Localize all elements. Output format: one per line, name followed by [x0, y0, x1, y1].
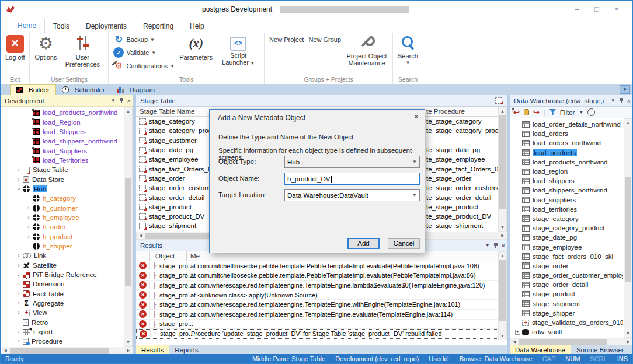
- tab-scheduler[interactable]: Scheduler: [56, 84, 111, 95]
- list-item[interactable]: stage_shipment: [510, 299, 623, 309]
- tree-item[interactable]: ›Data Store: [1, 174, 123, 184]
- result-row[interactable]: ├stage_pro...: [136, 320, 498, 330]
- results-vertical-scrollbar[interactable]: ▲ ▼: [498, 251, 507, 340]
- tree-item[interactable]: ›Dimension: [1, 279, 123, 289]
- list-item[interactable]: stage_date_pg: [510, 233, 623, 242]
- tree-item[interactable]: ›h_order: [1, 222, 123, 232]
- list-item[interactable]: stage_fact_orders_010_skl: [510, 252, 623, 261]
- tree-item[interactable]: ›h_customer: [1, 203, 123, 212]
- tree-item[interactable]: load_Region: [1, 117, 123, 127]
- filter-label[interactable]: Filter: [560, 109, 575, 116]
- tree-item[interactable]: ›Export: [1, 327, 123, 337]
- list-item[interactable]: load_shippers_northwind: [510, 186, 623, 195]
- script-launcher-button[interactable]: Script Launcher ▼: [215, 34, 262, 68]
- results-pin-icon[interactable]: [493, 243, 498, 249]
- ribbon-tab-tools[interactable]: Tools: [45, 20, 78, 33]
- list-item[interactable]: load_order_details_northwind: [510, 120, 623, 129]
- add-button[interactable]: Add: [347, 238, 380, 249]
- list-item[interactable]: stage_category: [510, 214, 623, 223]
- ribbon-tab-help[interactable]: Help: [182, 20, 213, 33]
- user-preferences-button[interactable]: User Preferences: [59, 34, 106, 68]
- tree-item[interactable]: ›Procedure: [1, 337, 123, 346]
- expander-icon[interactable]: ›: [15, 291, 23, 297]
- tree-item[interactable]: ›Aggregate: [1, 299, 123, 308]
- tree-item[interactable]: ›Link: [1, 251, 123, 260]
- list-item[interactable]: load_suppliers: [510, 195, 623, 205]
- left-tree-vertical-scrollbar[interactable]: ▲ ▼: [124, 107, 133, 346]
- database-connection-icon[interactable]: [524, 109, 529, 116]
- expander-icon[interactable]: ›: [15, 329, 23, 335]
- ribbon-tab-home[interactable]: Home: [9, 19, 45, 33]
- result-row[interactable]: ├stage_pro...at com.mitchellbosecke.pebb…: [136, 261, 498, 271]
- new-group-button[interactable]: New Group: [306, 34, 343, 44]
- expander-icon[interactable]: ›: [25, 224, 33, 230]
- expander-icon[interactable]: ›: [15, 300, 23, 306]
- tree-item[interactable]: ›Fact Table: [1, 289, 123, 299]
- expander-icon[interactable]: ›: [25, 205, 33, 211]
- filter-icon[interactable]: [549, 109, 556, 116]
- right-pane-close-icon[interactable]: ×: [627, 98, 631, 104]
- column-header-object[interactable]: Object: [150, 251, 187, 261]
- reconnect-left-icon[interactable]: [513, 108, 520, 117]
- tree-item[interactable]: h_category: [1, 194, 123, 203]
- object-name-input[interactable]: h_product_DV: [284, 173, 420, 185]
- list-item[interactable]: stage_order: [510, 261, 623, 271]
- tree-item[interactable]: load_products_northwind: [1, 108, 123, 117]
- column-header-stage-table-name[interactable]: Stage Table Name: [136, 108, 194, 115]
- tree-item[interactable]: ›Hub: [1, 184, 123, 194]
- backup-button[interactable]: Backup▼: [113, 35, 175, 44]
- result-row[interactable]: ├stage_pro...at com.wherescape.red.templ…: [136, 300, 498, 310]
- expander-icon[interactable]: ›: [16, 185, 22, 193]
- filter-dropdown-icon[interactable]: ▼: [579, 110, 583, 115]
- tree-item[interactable]: ›Stage Table: [1, 165, 123, 174]
- ribbon-tab-reporting[interactable]: Reporting: [135, 20, 182, 33]
- stage-table-icon[interactable]: [495, 97, 502, 104]
- list-item[interactable]: load_shippers: [510, 176, 623, 186]
- cancel-button[interactable]: Cancel: [388, 238, 420, 249]
- ribbon-tab-deployments[interactable]: Deployments: [78, 20, 135, 33]
- tree-item[interactable]: ›h_employee: [1, 213, 123, 222]
- results-menu-icon[interactable]: ▼: [485, 243, 490, 248]
- list-item[interactable]: load_region: [510, 167, 623, 176]
- tree-item[interactable]: load_Suppliers: [1, 146, 123, 155]
- right-pane-pin-icon[interactable]: [619, 98, 624, 104]
- column-header-message[interactable]: Me: [187, 253, 200, 260]
- tree-item[interactable]: Retro: [1, 318, 123, 327]
- options-button[interactable]: Options: [32, 34, 59, 61]
- close-button[interactable]: ×: [607, 1, 627, 18]
- result-row[interactable]: ├stage_pro...at com.wherescape.red.templ…: [136, 310, 498, 320]
- tab-diagram[interactable]: Diagram: [111, 84, 161, 95]
- expander-icon[interactable]: ›: [15, 253, 23, 258]
- tree-item[interactable]: load_Territories: [1, 156, 123, 165]
- tree-item[interactable]: ›Satellite: [1, 261, 123, 270]
- expander-icon[interactable]: ›: [15, 272, 23, 278]
- project-object-maintenance-button[interactable]: Project Object Maintenance: [343, 34, 390, 67]
- tree-item[interactable]: load_shippers_northwind: [1, 136, 123, 146]
- stage-list-vertical-scrollbar[interactable]: ▲ ▼: [498, 107, 507, 232]
- more-tabs-button[interactable]: ▼: [620, 85, 630, 94]
- pin-icon[interactable]: [119, 98, 124, 104]
- object-type-combo[interactable]: Hub ▼: [284, 156, 420, 168]
- minimize-button[interactable]: –: [567, 1, 587, 18]
- parameters-button[interactable]: Parameters: [177, 34, 215, 61]
- tree-item[interactable]: load_Shippers: [1, 127, 123, 136]
- validate-button[interactable]: Validate▼: [113, 47, 175, 58]
- expander-icon[interactable]: ›: [25, 234, 33, 240]
- results-close-icon[interactable]: ×: [502, 243, 505, 249]
- tab-builder[interactable]: Builder: [10, 84, 56, 95]
- expander-icon[interactable]: ›: [15, 281, 23, 287]
- list-item[interactable]: stage_employee: [510, 242, 623, 251]
- search-button[interactable]: Search▼: [395, 34, 420, 67]
- result-row[interactable]: ├stage_pro...at com.wherescape.red.templ…: [136, 281, 498, 290]
- configurations-button[interactable]: Configurations▼: [113, 61, 175, 71]
- expander-icon[interactable]: ›: [15, 167, 23, 173]
- list-item[interactable]: stage_shipper: [510, 309, 623, 318]
- expander-icon[interactable]: ›: [25, 215, 33, 220]
- list-item[interactable]: load_territories: [510, 205, 623, 214]
- expander-icon[interactable]: ›: [15, 310, 23, 316]
- pane-menu-icon[interactable]: ▼: [111, 98, 116, 103]
- new-project-button[interactable]: New Project: [267, 34, 306, 44]
- list-item[interactable]: load_orders_northwind: [510, 138, 623, 148]
- list-item[interactable]: load_products_northwind: [510, 158, 623, 167]
- list-item[interactable]: load_products: [510, 148, 623, 158]
